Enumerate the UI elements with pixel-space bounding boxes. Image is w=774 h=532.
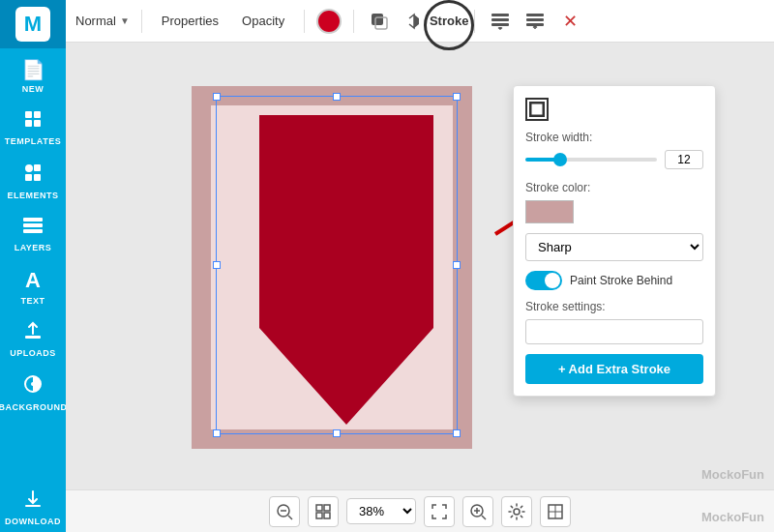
stroke-settings-input[interactable] (525, 319, 703, 344)
svg-line-38 (482, 516, 486, 519)
canvas-shape-svg (192, 86, 482, 454)
sidebar-item-layers-label: LAYERS (15, 243, 52, 252)
watermark-text: MockoFun (701, 510, 764, 524)
properties-button[interactable]: Properties (154, 10, 226, 32)
svg-rect-31 (316, 505, 322, 511)
flip-h-icon (404, 12, 424, 31)
layers-up-button[interactable] (521, 8, 549, 35)
svg-point-13 (31, 382, 35, 386)
sidebar-item-new[interactable]: 📄 NEW (0, 48, 66, 100)
stroke-color-swatch[interactable] (525, 200, 574, 223)
svg-rect-32 (324, 505, 330, 511)
svg-rect-9 (23, 223, 43, 227)
background-icon (22, 373, 44, 399)
sidebar: M 📄 NEW TEMPLATES ELEMENTS (0, 0, 66, 532)
sidebar-item-text[interactable]: A TEXT (0, 258, 66, 311)
stroke-width-row: 12 (525, 150, 703, 169)
stroke-button[interactable]: Stroke (435, 8, 462, 35)
fullscreen-button[interactable] (424, 496, 455, 527)
sidebar-item-uploads-label: UPLOADS (10, 348, 56, 358)
sidebar-item-download-label: DOWNLOAD (5, 517, 61, 526)
svg-line-30 (288, 516, 292, 519)
svg-rect-2 (25, 120, 32, 127)
svg-rect-7 (34, 174, 41, 181)
stroke-panel: Stroke width: 12 Stroke color: Sharp Rou… (513, 85, 716, 397)
fill-color-swatch[interactable] (316, 9, 342, 34)
stroke-width-input[interactable]: 12 (665, 150, 703, 169)
stroke-color-row (525, 200, 703, 223)
svg-rect-10 (23, 218, 43, 222)
stroke-width-label: Stroke width: (525, 131, 703, 144)
layers-down-icon (491, 13, 510, 30)
download-icon (23, 489, 43, 514)
fit-icon (314, 503, 332, 520)
svg-rect-20 (526, 14, 544, 16)
svg-rect-18 (491, 18, 509, 21)
svg-rect-17 (491, 14, 509, 16)
zoom-out-button[interactable] (269, 496, 300, 527)
toolbar-separator-4 (474, 10, 475, 33)
svg-rect-1 (34, 111, 41, 118)
svg-rect-3 (34, 120, 41, 127)
paint-behind-row: Paint Stroke Behind (525, 271, 703, 290)
toolbar: Normal ▼ Properties Opacity Stroke (66, 0, 774, 43)
svg-rect-25 (530, 103, 544, 116)
stroke-icon-box (525, 98, 549, 121)
opacity-button[interactable]: Opacity (234, 10, 292, 32)
svg-point-4 (25, 164, 33, 172)
blend-mode-chevron-icon: ▼ (120, 15, 130, 26)
zoom-in-icon (469, 503, 487, 520)
svg-rect-11 (25, 336, 41, 339)
stroke-join-select[interactable]: Sharp Round Bevel (525, 233, 703, 261)
delete-button[interactable]: ✕ (556, 8, 583, 35)
text-icon: A (25, 268, 41, 293)
sidebar-item-download[interactable]: DOWNLOAD (0, 480, 66, 532)
blend-mode-dropdown[interactable]: Normal ▼ (75, 14, 130, 28)
bottom-bar: 25% 38% 50% 75% 100% (66, 489, 774, 532)
zoom-in-button[interactable] (462, 496, 493, 527)
svg-rect-5 (34, 164, 41, 171)
toolbar-separator-1 (141, 10, 142, 33)
svg-rect-33 (316, 513, 322, 518)
fullscreen-icon (431, 503, 448, 520)
stroke-settings-label: Stroke settings: (525, 300, 703, 313)
svg-rect-34 (324, 513, 330, 518)
stroke-button-label: Stroke (430, 14, 468, 28)
stroke-color-label: Stroke color: (525, 181, 703, 194)
grid-button[interactable] (540, 496, 571, 527)
new-icon: 📄 (21, 58, 45, 81)
shadow-button[interactable] (366, 8, 393, 35)
uploads-icon (23, 321, 43, 345)
svg-rect-21 (526, 18, 544, 21)
zoom-out-icon (276, 503, 293, 520)
paint-behind-toggle[interactable] (525, 271, 562, 290)
settings-icon (508, 503, 525, 520)
main-area: Normal ▼ Properties Opacity Stroke (66, 0, 774, 532)
flip-h-button[interactable] (401, 8, 428, 35)
sidebar-item-text-label: TEXT (20, 296, 45, 306)
sidebar-item-background-label: BACKGROUND (0, 402, 68, 412)
zoom-select[interactable]: 25% 38% 50% 75% 100% (346, 498, 416, 524)
layers-down-button[interactable] (487, 8, 514, 35)
sidebar-item-elements[interactable]: ELEMENTS (0, 152, 66, 206)
stroke-width-slider[interactable] (525, 158, 657, 162)
fit-button[interactable] (308, 496, 339, 527)
sidebar-item-templates[interactable]: TEMPLATES (0, 100, 66, 152)
svg-rect-14 (25, 505, 41, 507)
canvas-area[interactable]: Stroke width: 12 Stroke color: Sharp Rou… (66, 43, 774, 489)
templates-icon (23, 109, 43, 133)
svg-rect-19 (491, 23, 509, 26)
svg-rect-8 (23, 229, 43, 233)
panel-header (525, 98, 703, 121)
add-extra-stroke-button[interactable]: + Add Extra Stroke (525, 354, 703, 384)
sidebar-item-uploads[interactable]: UPLOADS (0, 311, 66, 364)
sidebar-item-layers[interactable]: LAYERS (0, 206, 66, 258)
sidebar-item-templates-label: TEMPLATES (5, 136, 61, 146)
sidebar-item-background[interactable]: BACKGROUND (0, 364, 66, 418)
sidebar-logo[interactable]: M (0, 0, 66, 48)
elements-icon (22, 162, 44, 188)
sidebar-item-new-label: NEW (22, 84, 45, 94)
settings-button[interactable] (501, 496, 532, 527)
toolbar-separator-2 (304, 10, 305, 33)
blend-mode-value: Normal (75, 14, 116, 28)
